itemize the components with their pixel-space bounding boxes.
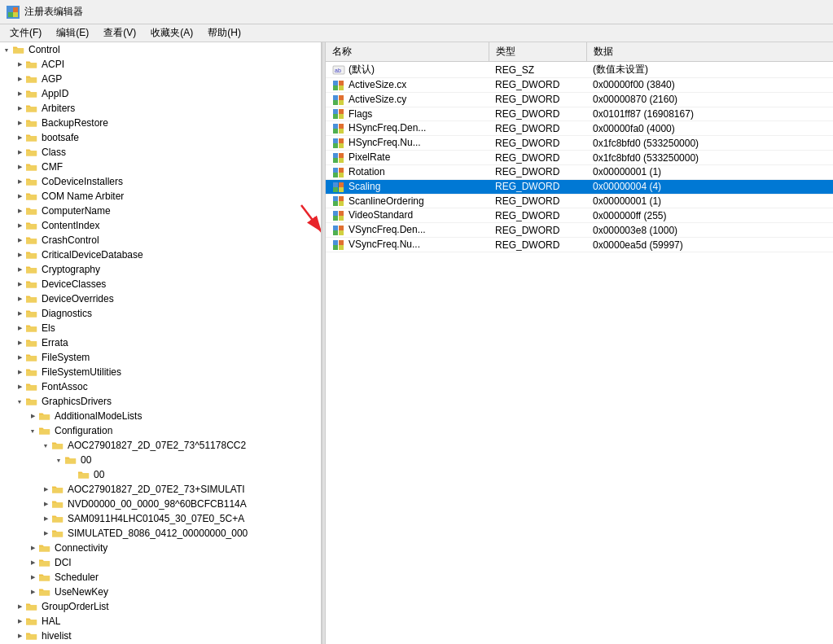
registry-row-hsyncfreq_den[interactable]: HSyncFreq.Den...REG_DWORD0x00000fa0 (400… xyxy=(326,121,833,136)
tree-node-diagnostics[interactable]: Diagnostics xyxy=(0,306,321,321)
tree-node-aoc27901827_2d_07e2_73_51178cc2[interactable]: AOC27901827_2D_07E2_73^51178CC2 xyxy=(0,438,321,453)
tree-node-usenewkey[interactable]: UseNewKey xyxy=(0,585,321,599)
menu-view[interactable]: 查看(V) xyxy=(97,24,142,42)
tree-node-errata[interactable]: Errata xyxy=(0,335,321,350)
tree-node-els[interactable]: Els xyxy=(0,321,321,335)
tree-node-backuprestore[interactable]: BackupRestore xyxy=(0,116,321,130)
tree-toggle-graphicsdrivers[interactable] xyxy=(13,395,26,408)
tree-node-appid[interactable]: AppID xyxy=(0,86,321,101)
tree-toggle-bootsafe[interactable] xyxy=(13,131,26,144)
menu-help[interactable]: 帮助(H) xyxy=(201,24,248,42)
tree-toggle-cryptography[interactable] xyxy=(13,263,26,276)
tree-toggle-sam0911h4[interactable] xyxy=(39,512,52,525)
tree-toggle-connectivity[interactable] xyxy=(26,541,39,554)
tree-node-acpi[interactable]: ACPI xyxy=(0,57,321,72)
tree-toggle-hivelist[interactable] xyxy=(13,629,26,642)
tree-node-arbiters[interactable]: Arbiters xyxy=(0,101,321,116)
tree-toggle-filesystem[interactable] xyxy=(13,351,26,364)
tree-node-com_name_arbiter[interactable]: COM Name Arbiter xyxy=(0,189,321,204)
tree-node-connectivity[interactable]: Connectivity xyxy=(0,541,321,555)
tree-toggle-fontassoc[interactable] xyxy=(13,380,26,393)
tree-toggle-computername[interactable] xyxy=(13,204,26,217)
tree-node-dci[interactable]: DCI xyxy=(0,555,321,570)
tree-toggle-els[interactable] xyxy=(13,322,26,335)
tree-node-cryptography[interactable]: Cryptography xyxy=(0,262,321,277)
tree-node-sam0911h4[interactable]: SAM0911H4LHC01045_30_07E0_5C+A xyxy=(0,511,321,526)
tree-node-scheduler[interactable]: Scheduler xyxy=(0,570,321,585)
tree-node-00_parent[interactable]: 00 xyxy=(0,453,321,467)
tree-node-deviceclasses[interactable]: DeviceClasses xyxy=(0,277,321,291)
tree-node-agp[interactable]: AGP xyxy=(0,72,321,86)
tree-toggle-deviceoverrides[interactable] xyxy=(13,292,26,305)
registry-row-default[interactable]: ab (默认)REG_SZ(数值未设置) xyxy=(326,62,833,78)
registry-row-videostandard[interactable]: VideoStandardREG_DWORD0x000000ff (255) xyxy=(326,208,833,223)
tree-node-deviceoverrides[interactable]: DeviceOverrides xyxy=(0,291,321,306)
tree-node-filesystemutilities[interactable]: FileSystemUtilities xyxy=(0,365,321,379)
tree-toggle-class[interactable] xyxy=(13,146,26,159)
tree-node-class[interactable]: Class xyxy=(0,145,321,160)
tree-node-graphicsdrivers[interactable]: GraphicsDrivers xyxy=(0,394,321,409)
tree-node-filesystem[interactable]: FileSystem xyxy=(0,350,321,365)
tree-toggle-control[interactable] xyxy=(0,43,13,56)
tree-toggle-filesystemutilities[interactable] xyxy=(13,366,26,379)
tree-toggle-cmf[interactable] xyxy=(13,160,26,173)
tree-toggle-scheduler[interactable] xyxy=(26,571,39,584)
tree-toggle-acpi[interactable] xyxy=(13,58,26,71)
menu-favorites[interactable]: 收藏夹(A) xyxy=(144,24,199,42)
tree-node-codeviceinstallers[interactable]: CoDeviceInstallers xyxy=(0,174,321,189)
tree-toggle-codeviceinstallers[interactable] xyxy=(13,175,26,188)
tree-toggle-dci[interactable] xyxy=(26,556,39,569)
registry-row-scanlineordering[interactable]: ScanlineOrderingREG_DWORD0x00000001 (1) xyxy=(326,194,833,208)
registry-row-rotation[interactable]: RotationREG_DWORD0x00000001 (1) xyxy=(326,164,833,179)
tree-node-hal[interactable]: HAL xyxy=(0,614,321,629)
registry-row-hsyncfreq_nu[interactable]: HSyncFreq.Nu...REG_DWORD0x1fc8bfd0 (5332… xyxy=(326,136,833,151)
registry-row-vsyncfreq_den[interactable]: VSyncFreq.Den...REG_DWORD0x000003e8 (100… xyxy=(326,223,833,238)
col-header-data[interactable]: 数据 xyxy=(586,42,833,62)
tree-toggle-configuration[interactable] xyxy=(26,424,39,437)
registry-row-activesize_cx[interactable]: ActiveSize.cxREG_DWORD0x00000f00 (3840) xyxy=(326,78,833,93)
menu-file[interactable]: 文件(F) xyxy=(3,24,48,42)
tree-toggle-aoc27901827_2d_07e2_73_simula[interactable] xyxy=(39,483,52,496)
tree-toggle-additionalmodelists[interactable] xyxy=(26,410,39,423)
registry-row-activesize_cy[interactable]: ActiveSize.cyREG_DWORD0x00000870 (2160) xyxy=(326,92,833,107)
tree-panel[interactable]: Control ACPI AGP AppID Arbiters BackupRe… xyxy=(0,42,322,644)
tree-toggle-errata[interactable] xyxy=(13,336,26,349)
tree-toggle-usenewkey[interactable] xyxy=(26,585,39,598)
registry-row-scaling[interactable]: ScalingREG_DWORD0x00000004 (4) xyxy=(326,179,833,194)
tree-toggle-grouporderlist[interactable] xyxy=(13,600,26,613)
tree-toggle-crashcontrol[interactable] xyxy=(13,234,26,247)
tree-toggle-aoc27901827_2d_07e2_73_51178cc2[interactable] xyxy=(39,439,52,452)
tree-node-bootsafe[interactable]: bootsafe xyxy=(0,130,321,145)
tree-node-grouporderlist[interactable]: GroupOrderList xyxy=(0,599,321,614)
tree-node-contentindex[interactable]: ContentIndex xyxy=(0,218,321,233)
tree-toggle-criticaldevicedatabase[interactable] xyxy=(13,248,26,261)
tree-toggle-deviceclasses[interactable] xyxy=(13,278,26,291)
tree-node-fontassoc[interactable]: FontAssoc xyxy=(0,379,321,394)
tree-node-computername[interactable]: ComputerName xyxy=(0,204,321,218)
tree-toggle-appid[interactable] xyxy=(13,87,26,100)
tree-node-aoc27901827_2d_07e2_73_simula[interactable]: AOC27901827_2D_07E2_73+SIMULATI xyxy=(0,482,321,497)
tree-toggle-com_name_arbiter[interactable] xyxy=(13,190,26,203)
tree-toggle-simulated_8086[interactable] xyxy=(39,527,52,540)
col-header-type[interactable]: 类型 xyxy=(489,42,586,62)
tree-node-00_child[interactable]: 00 xyxy=(0,467,321,482)
tree-node-control[interactable]: Control xyxy=(0,42,321,57)
tree-toggle-diagnostics[interactable] xyxy=(13,307,26,320)
tree-node-crashcontrol[interactable]: CrashControl xyxy=(0,233,321,248)
tree-toggle-contentindex[interactable] xyxy=(13,219,26,232)
tree-toggle-agp[interactable] xyxy=(13,72,26,85)
menu-edit[interactable]: 编辑(E) xyxy=(50,24,95,42)
tree-node-additionalmodelists[interactable]: AdditionalModeLists xyxy=(0,409,321,423)
tree-toggle-arbiters[interactable] xyxy=(13,102,26,115)
registry-row-pixelrate[interactable]: PixelRateREG_DWORD0x1fc8bfd0 (533250000) xyxy=(326,151,833,165)
tree-node-criticaldevicedatabase[interactable]: CriticalDeviceDatabase xyxy=(0,248,321,262)
registry-row-vsyncfreq_nu[interactable]: VSyncFreq.Nu...REG_DWORD0x0000ea5d (5999… xyxy=(326,238,833,252)
tree-toggle-backuprestore[interactable] xyxy=(13,116,26,129)
tree-toggle-00_parent[interactable] xyxy=(52,453,65,467)
tree-toggle-hal[interactable] xyxy=(13,615,26,628)
tree-node-nvd00000[interactable]: NVD00000_00_0000_98^60BCFCB114A xyxy=(0,497,321,511)
tree-node-configuration[interactable]: Configuration xyxy=(0,423,321,438)
tree-node-cmf[interactable]: CMF xyxy=(0,160,321,174)
tree-toggle-nvd00000[interactable] xyxy=(39,497,52,510)
tree-node-hivelist[interactable]: hivelist xyxy=(0,629,321,643)
